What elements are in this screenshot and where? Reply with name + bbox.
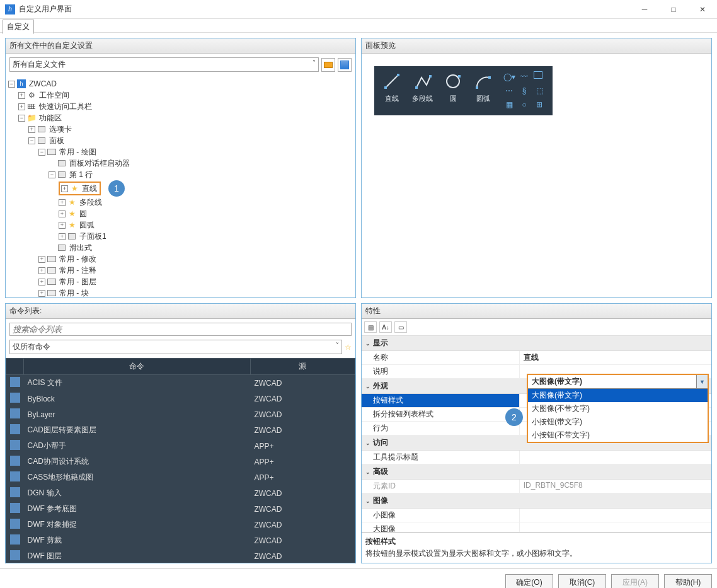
tree-row1[interactable]: 第 1 行	[68, 169, 94, 180]
table-row[interactable]: ByBlockZWCAD	[6, 391, 355, 406]
menubar: 自定义	[0, 19, 717, 33]
spline-icon: 〰	[519, 71, 530, 83]
tree-view[interactable]: −hZWCAD +⚙工作空间 +快速访问工具栏 −📁功能区 +选项卡 −面板 −…	[6, 76, 355, 297]
tree-group-draw[interactable]: 常用 - 绘图	[58, 146, 98, 158]
cat-image[interactable]: ⌄图像	[362, 493, 711, 509]
tree-toggle[interactable]: +	[38, 267, 45, 274]
gear-icon: ⚙	[27, 91, 36, 100]
col-command[interactable]: 命令	[24, 359, 251, 375]
maximize-button[interactable]: □	[659, 0, 688, 18]
command-source: ZWCAD	[250, 548, 355, 563]
tree-subpanel[interactable]: 子面板1	[78, 231, 108, 242]
tree-toggle[interactable]: +	[28, 126, 35, 133]
prop-toolbar: ▤ A↓ ▭	[362, 319, 711, 336]
table-row[interactable]: ByLayerZWCAD	[6, 406, 355, 422]
tree-toggle[interactable]: +	[18, 92, 25, 99]
cat-advanced[interactable]: ⌄高级	[362, 464, 711, 480]
tree-slideout[interactable]: 滑出式	[68, 242, 93, 253]
categorize-button[interactable]: ▤	[364, 321, 377, 333]
tree-workspace[interactable]: 工作空间	[38, 89, 71, 101]
tree-qat[interactable]: 快速访问工具栏	[38, 101, 93, 112]
command-search-input[interactable]	[9, 323, 352, 336]
circle-icon	[443, 71, 463, 91]
command-name: DGN 输入	[24, 485, 251, 501]
table-row[interactable]: DWF 图层ZWCAD	[6, 548, 355, 563]
polyline-icon	[413, 71, 433, 91]
command-name: DWF 图层	[24, 548, 251, 563]
dropdown-option[interactable]: 大图像(带文字)	[528, 389, 708, 402]
table-row[interactable]: DGN 输入ZWCAD	[6, 485, 355, 501]
tree-toggle[interactable]: −	[38, 149, 45, 156]
table-row[interactable]: ACIS 文件ZWCAD	[6, 375, 355, 391]
tree-group-block[interactable]: 常用 - 块	[58, 287, 90, 297]
table-row[interactable]: CAD小帮手APP+	[6, 438, 355, 454]
table-row[interactable]: DWF 对象捕捉ZWCAD	[6, 517, 355, 533]
tree-line[interactable]: 直线	[81, 183, 98, 194]
minimize-button[interactable]: ─	[630, 0, 659, 18]
ok-button[interactable]: 确定(O)	[505, 574, 553, 588]
menu-tab-customize[interactable]: 自定义	[3, 20, 34, 34]
dropdown-option[interactable]: 小按钮(带文字)	[528, 415, 708, 429]
col-source[interactable]: 源	[250, 359, 355, 375]
tree-tabs[interactable]: 选项卡	[48, 124, 73, 135]
tree-root[interactable]: ZWCAD	[28, 78, 58, 89]
table-row[interactable]: DWF 参考底图ZWCAD	[6, 501, 355, 517]
tree-group-modify[interactable]: 常用 - 修改	[58, 253, 98, 265]
tree-toggle[interactable]: +	[61, 185, 68, 192]
preview-line-button: 直线	[382, 71, 402, 110]
tree-toggle[interactable]: +	[38, 279, 45, 285]
table-row[interactable]: CAD协同设计系统APP+	[6, 454, 355, 470]
prop-elemid-value: ID_RBTN_9C5F8	[519, 480, 711, 493]
btnstyle-dropdown-open[interactable]: 大图像(带文字) ▼ 大图像(带文字) 大图像(不带文字) 小按钮(带文字) 小…	[527, 374, 709, 443]
tree-arc[interactable]: 圆弧	[78, 219, 96, 231]
dropdown-option[interactable]: 大图像(不带文字)	[528, 402, 708, 415]
help-button[interactable]: 帮助(H)	[664, 574, 712, 588]
tree-polyline[interactable]: 多段线	[78, 197, 103, 208]
tree-toggle[interactable]: +	[38, 290, 45, 297]
open-folder-button[interactable]	[321, 58, 335, 72]
tree-group-layer[interactable]: 常用 - 图层	[58, 276, 98, 287]
tree-dlg[interactable]: 面板对话框启动器	[68, 158, 131, 169]
tree-toggle[interactable]: −	[18, 115, 25, 122]
close-button[interactable]: ✕	[688, 0, 717, 18]
save-button[interactable]	[338, 58, 352, 72]
table-row[interactable]: CASS地形地籍成图APP+	[6, 470, 355, 485]
command-filter-dropdown[interactable]: 仅所有命令	[9, 340, 342, 354]
tree-toggle[interactable]: −	[49, 171, 55, 178]
command-name: DWF 剪裁	[24, 533, 251, 548]
panel-header: 所有文件中的自定义设置	[6, 38, 355, 54]
tree-panels[interactable]: 面板	[48, 135, 66, 146]
dropdown-option[interactable]: 小按钮(不带文字)	[528, 429, 708, 442]
prop-smallimg-value[interactable]	[519, 509, 711, 522]
preview-small-group: ◯▾ 〰 ⋯ § ⬚ ▦ ○ ⊞	[503, 71, 545, 110]
tree-toggle[interactable]: +	[59, 233, 66, 240]
prop-bigimg-value[interactable]	[519, 522, 711, 532]
star-icon[interactable]: ☆	[345, 343, 352, 352]
prop-name-value[interactable]: 直线	[519, 351, 711, 364]
tree-toggle[interactable]: +	[38, 256, 45, 263]
tree-group-annotate[interactable]: 常用 - 注释	[58, 265, 98, 276]
command-icon	[10, 393, 20, 403]
prop-tooltip-value[interactable]	[519, 451, 711, 464]
tree-toggle[interactable]: −	[28, 137, 35, 144]
tree-toggle[interactable]: +	[59, 222, 66, 229]
cat-display[interactable]: ⌄显示	[362, 336, 711, 351]
cancel-button[interactable]: 取消(C)	[558, 574, 606, 588]
file-dropdown[interactable]: 所有自定义文件	[9, 57, 319, 72]
callout-1: 1	[108, 180, 125, 197]
panel-header: 命令列表:	[6, 304, 355, 319]
pages-button[interactable]: ▭	[394, 321, 407, 333]
book-icon	[47, 289, 56, 297]
tree-toggle[interactable]: +	[59, 210, 66, 217]
chevron-down-icon[interactable]: ▼	[696, 375, 708, 388]
tree-circle[interactable]: 圆	[78, 208, 88, 219]
prop-desc-label: 说明	[362, 365, 519, 378]
tree-toggle[interactable]: −	[8, 81, 15, 88]
tree-ribbon[interactable]: 功能区	[38, 112, 63, 124]
sort-button[interactable]: A↓	[379, 321, 392, 333]
table-row[interactable]: CAD图层转要素图层ZWCAD	[6, 422, 355, 438]
tree-toggle[interactable]: +	[59, 199, 66, 206]
tree-toggle[interactable]: +	[18, 103, 25, 110]
panel-command-list: 命令列表: 仅所有命令 ☆ 命令 源 ACIS 文件ZWCADByBlockZW…	[5, 303, 356, 563]
table-row[interactable]: DWF 剪裁ZWCAD	[6, 533, 355, 548]
